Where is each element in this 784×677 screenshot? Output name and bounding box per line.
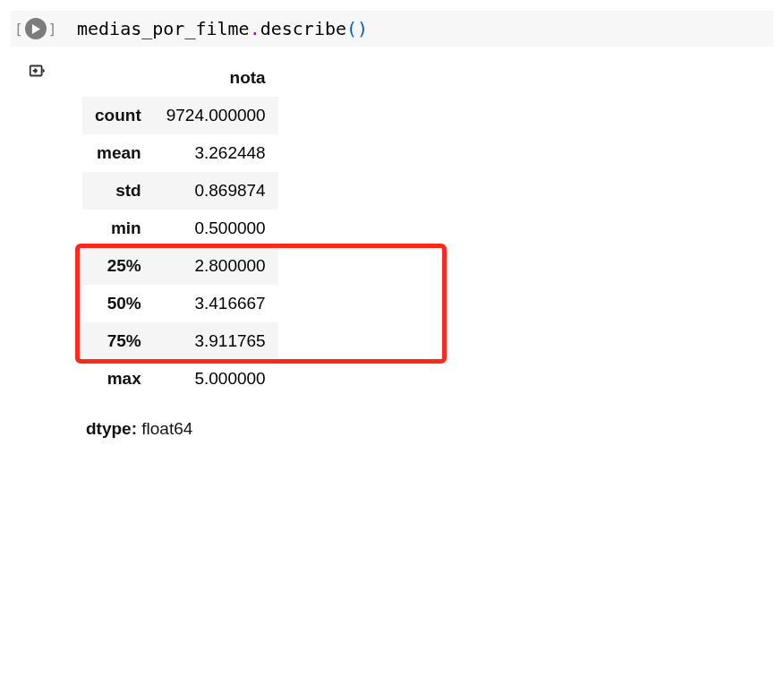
row-value: 3.262448: [154, 134, 278, 172]
row-label: 50%: [82, 285, 154, 322]
cell-input-row: [ ] medias_por_filme.describe(): [11, 11, 773, 47]
table-row: max 5.000000: [82, 360, 278, 398]
bracket-open: [: [14, 21, 23, 38]
row-label: max: [82, 360, 154, 398]
table-row: std 0.869874: [82, 172, 278, 210]
svg-marker-0: [32, 24, 40, 34]
table-row: min 0.500000: [82, 210, 278, 247]
header-nota: nota: [154, 59, 278, 97]
dtype-value: float64: [141, 419, 192, 438]
code-paren-open: (: [346, 18, 357, 39]
row-value: 5.000000: [154, 360, 278, 398]
code-identifier: medias_por_filme: [77, 18, 250, 39]
row-label: 25%: [82, 247, 154, 285]
code-dot: .: [250, 18, 260, 39]
code-content[interactable]: medias_por_filme.describe(): [66, 18, 368, 39]
run-cell-button[interactable]: [25, 18, 47, 39]
row-label: count: [82, 97, 154, 134]
bracket-close: ]: [48, 21, 57, 38]
table-row: count 9724.000000: [82, 97, 278, 134]
output-gutter: [11, 59, 64, 439]
dtype-label: dtype:: [86, 419, 137, 438]
row-value: 3.911765: [154, 322, 278, 360]
notebook-cell: [ ] medias_por_filme.describe(): [11, 11, 773, 439]
row-label: std: [82, 172, 154, 210]
row-value: 0.500000: [154, 210, 278, 247]
table-header-row: nota: [82, 59, 278, 97]
row-value: 0.869874: [154, 172, 278, 210]
output-content: nota count 9724.000000 mean 3.262448 std…: [64, 59, 278, 439]
row-value: 2.800000: [154, 247, 278, 285]
row-label: 75%: [82, 322, 154, 360]
table-row: 25% 2.800000: [82, 247, 278, 285]
row-value: 3.416667: [154, 285, 278, 322]
table-row: 75% 3.911765: [82, 322, 278, 360]
cell-output-area: nota count 9724.000000 mean 3.262448 std…: [11, 47, 773, 439]
table-row: mean 3.262448: [82, 134, 278, 172]
dtype-line: dtype: float64: [82, 419, 278, 439]
cell-execution-indicator: [ ]: [14, 18, 61, 39]
code-method: describe: [260, 18, 346, 39]
row-label: min: [82, 210, 154, 247]
code-paren-close: ): [357, 18, 368, 39]
row-value: 9724.000000: [154, 97, 278, 134]
header-blank: [82, 59, 154, 97]
row-label: mean: [82, 134, 154, 172]
toggle-output-icon[interactable]: [28, 61, 47, 81]
describe-table: nota count 9724.000000 mean 3.262448 std…: [82, 59, 278, 398]
table-row: 50% 3.416667: [82, 285, 278, 322]
